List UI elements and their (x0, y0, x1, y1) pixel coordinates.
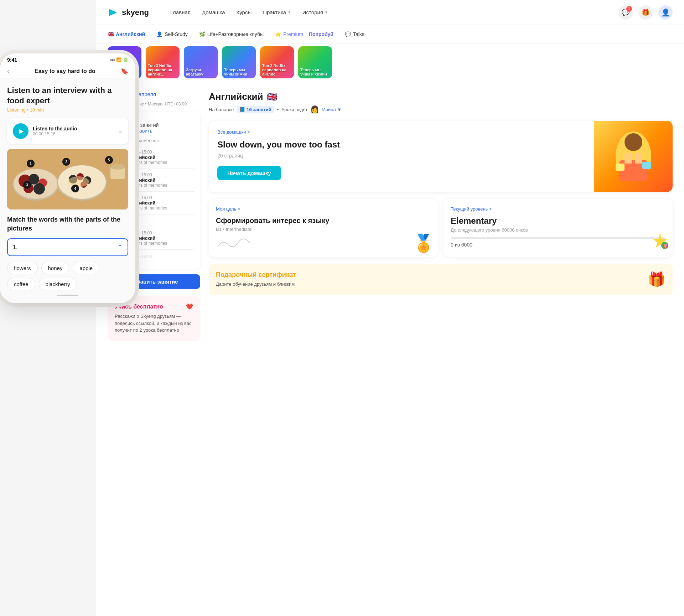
gift-text: Дарите обучение друзьям и близким (216, 281, 296, 288)
balance-button[interactable]: 📘 16 занятий (237, 106, 274, 113)
svg-point-25 (68, 176, 89, 187)
level-title: Elementary (451, 216, 665, 226)
scroll-indicator (57, 295, 78, 296)
word-chip-blackberry[interactable]: blackberry (39, 278, 77, 290)
nav-practice[interactable]: Практика ▼ (263, 9, 291, 15)
logo[interactable]: skyeng (108, 7, 149, 18)
premium-star-icon: ⭐ (275, 31, 281, 37)
tab-english[interactable]: 🇬🇧 Английский (108, 31, 145, 37)
phone-body: Listen to an interview with a food exper… (0, 78, 135, 303)
tab-self-study[interactable]: 👤 Self-Study (156, 31, 188, 37)
dot-separator: • (277, 107, 279, 112)
gift-button[interactable]: 🎁 (638, 5, 653, 20)
nav-home[interactable]: Главная (170, 9, 191, 15)
teacher-name[interactable]: Ирина ▼ (322, 107, 342, 112)
main-header: skyeng Главная Домашка Курсы Практика ▼ … (96, 0, 684, 25)
banner-4[interactable]: Теперь мы учим химии (222, 46, 256, 78)
phone-mockup: 9:41 ▪▪▪ 📶 🔋 ‹ Easy to say hard to do 🔖 … (0, 53, 142, 303)
homework-title: Slow down, you move too fast (217, 139, 586, 150)
free-study-title: Учись бесплатно (115, 304, 163, 310)
level-count: 0 из 6000 (451, 242, 665, 248)
tabs-row: 🇬🇧 Английский 👤 Self-Study 🌿 Life+Разгов… (96, 25, 684, 43)
level-progress-bar (451, 237, 665, 239)
premium-try-link[interactable]: Попробуй (309, 31, 333, 37)
practice-arrow: ▼ (287, 10, 291, 14)
self-study-icon: 👤 (156, 31, 162, 37)
phone-nav: ‹ Easy to say hard to do 🔖 (0, 64, 135, 78)
balance-label: На балансе (209, 107, 234, 112)
banner-6[interactable]: Теперь мы учим и химии (298, 46, 332, 78)
phone-nav-title: Easy to say hard to do (35, 68, 95, 74)
goal-link[interactable]: Моя цель > (216, 206, 431, 212)
level-sub: До следующего уровня 60000 очков (451, 227, 665, 233)
svg-point-27 (110, 164, 125, 170)
svg-point-2 (625, 133, 642, 151)
banner-row: Зачем учить математику летом? Топ 3 Netf… (96, 43, 684, 83)
homework-image (594, 121, 673, 192)
svg-rect-7 (642, 162, 651, 169)
balance-count: 16 занятий (247, 107, 271, 112)
audio-card: ▶ Listen to the audio 00:00 / 5:16 ≡ (7, 118, 128, 144)
word-chip-honey[interactable]: honey (41, 262, 69, 274)
english-title: Английский (209, 91, 263, 102)
tab-life-clubs[interactable]: 🌿 Life+Разговорные клубы (199, 31, 264, 37)
talks-icon: 💬 (345, 31, 351, 37)
playlist-icon[interactable]: ≡ (119, 128, 123, 135)
tab-premium[interactable]: ⭐ Premium · Попробуй (275, 31, 333, 37)
play-button[interactable]: ▶ (13, 123, 28, 139)
english-meta: На балансе 📘 16 занятий • Уроки ведёт 👩 … (209, 105, 673, 114)
goal-level-text: B1 • Intermediate (216, 227, 431, 232)
banner-2[interactable]: Топ 3 Netflix сериалов на англис... (146, 46, 180, 78)
svg-rect-5 (635, 153, 642, 164)
word-chip-flowers[interactable]: flowers (7, 262, 38, 274)
exercise-title: Listen to an interview with a food exper… (7, 86, 128, 106)
time-label: 10 min (30, 107, 44, 113)
teacher-avatar: 👩 (310, 105, 319, 114)
level-icon: 🎯 (651, 232, 669, 253)
level-card: Текущий уровень > Elementary До следующе… (444, 199, 673, 257)
bookmark-icon[interactable]: 🔖 (120, 67, 128, 75)
listening-label: Listening (7, 107, 26, 113)
audio-label: Listen to the audio (33, 126, 114, 131)
nav-courses[interactable]: Курсы (237, 9, 252, 15)
svg-marker-0 (109, 9, 117, 16)
svg-rect-6 (616, 164, 625, 171)
english-header: Английский 🇬🇧 (209, 91, 673, 102)
chat-button[interactable]: 💬 1 (618, 5, 633, 20)
balance-icon: 📘 (239, 107, 245, 112)
level-link[interactable]: Текущий уровень > (451, 206, 665, 212)
play-icon: ▶ (19, 127, 24, 135)
english-column: Английский 🇬🇧 На балансе 📘 16 занятий • … (209, 91, 673, 341)
gift-title: Подарочный сертификат (216, 271, 296, 279)
svg-text:🎯: 🎯 (663, 243, 668, 248)
back-button[interactable]: ‹ (7, 67, 10, 75)
tab-talks[interactable]: 💬 Talks (345, 31, 364, 37)
phone-time: 9:41 (7, 57, 17, 63)
logo-text: skyeng (122, 8, 149, 17)
gift-card: Подарочный сертификат Дарите обучение др… (209, 264, 673, 295)
nav-homework[interactable]: Домашка (202, 9, 225, 15)
chevron-up-icon: ⌃ (117, 243, 123, 251)
answer-number: 1. (13, 244, 117, 250)
word-chip-coffee[interactable]: coffee (7, 278, 35, 290)
avatar-button[interactable]: 👤 (658, 5, 673, 20)
svg-rect-4 (625, 153, 632, 164)
signal-icon: ▪▪▪ (110, 57, 115, 62)
gift-icon: 🎁 (648, 271, 665, 288)
start-homework-button[interactable]: Начать домашку (217, 166, 281, 180)
header-right: 💬 1 🎁 👤 (618, 5, 673, 20)
goal-card: Моя цель > Сформировать интерес к языку … (209, 199, 438, 257)
battery-icon: 🔋 (123, 57, 128, 62)
word-chip-apple[interactable]: apple (73, 262, 99, 274)
match-title: Match the words with the parts of the pi… (7, 215, 128, 233)
free-study-text: Расскажи о Skyeng друзьям — поделись ссы… (115, 313, 193, 334)
nav-history[interactable]: История ▼ (302, 9, 328, 15)
banner-5[interactable]: Топ 3 Netflix сериалов на англис... (260, 46, 294, 78)
banner-3[interactable]: Загрузи аватарку (184, 46, 218, 78)
teacher-label: Уроки ведёт (281, 107, 307, 112)
exercise-meta: Listening • 10 min (7, 107, 128, 113)
word-chips: flowers honey apple coffee blackberry (7, 262, 128, 290)
answer-input[interactable]: 1. ⌃ (7, 238, 128, 256)
wifi-icon: 📶 (116, 57, 121, 62)
all-homework-link[interactable]: Все домашки > (217, 129, 586, 135)
